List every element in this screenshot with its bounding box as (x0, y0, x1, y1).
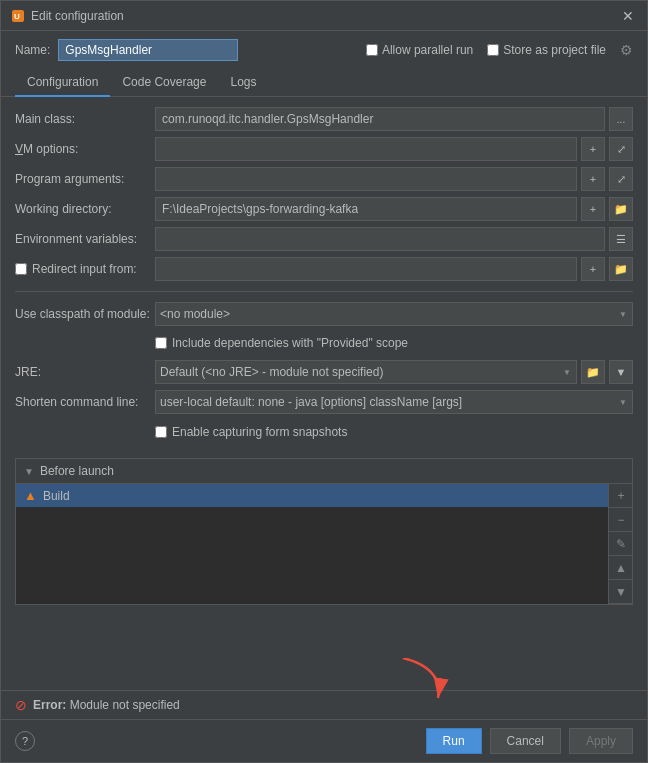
redirect-browse-button[interactable]: 📁 (609, 257, 633, 281)
env-variables-row: Environment variables: ☰ (15, 227, 633, 251)
before-launch-title: Before launch (40, 464, 114, 478)
add-launch-button[interactable]: + (609, 484, 633, 508)
vm-options-field: + ⤢ (155, 137, 633, 161)
content-area: Main class: ... VM options: + ⤢ Program … (1, 97, 647, 690)
dialog-title: Edit configuration (31, 9, 124, 23)
working-directory-row: Working directory: + 📁 (15, 197, 633, 221)
before-launch-container: ▲ Build + − ✎ ▲ ▼ (16, 484, 632, 604)
side-buttons: + − ✎ ▲ ▼ (608, 484, 632, 604)
error-message: Error: Module not specified (33, 698, 180, 712)
tab-code-coverage[interactable]: Code Coverage (110, 69, 218, 97)
help-button[interactable]: ? (15, 731, 35, 751)
include-dependencies-row: Include dependencies with "Provided" sco… (15, 332, 633, 354)
redirect-input-checkbox[interactable]: Redirect input from: (15, 262, 155, 276)
cancel-button[interactable]: Cancel (490, 728, 561, 754)
error-bar: ⊘ Error: Module not specified (1, 690, 647, 719)
svg-text:U: U (14, 12, 20, 21)
main-class-browse-button[interactable]: ... (609, 107, 633, 131)
launch-item-label: Build (43, 489, 600, 503)
title-bar-left: U Edit configuration (11, 9, 124, 23)
classpath-row: Use classpath of module: <no module> (15, 302, 633, 326)
shorten-select-wrapper: user-local default: none - java [options… (155, 390, 633, 414)
close-button[interactable]: ✕ (619, 7, 637, 25)
env-variables-label: Environment variables: (15, 232, 155, 246)
redirect-input-input[interactable] (155, 257, 577, 281)
gear-icon[interactable]: ⚙ (620, 42, 633, 58)
working-dir-browse-button[interactable]: 📁 (609, 197, 633, 221)
enable-capturing-checkbox[interactable]: Enable capturing form snapshots (155, 425, 347, 439)
shorten-cmdline-row: Shorten command line: user-local default… (15, 390, 633, 414)
header-options: Allow parallel run Store as project file… (366, 42, 633, 58)
redirect-input-row: Redirect input from: + 📁 (15, 257, 633, 281)
redirect-input-field: + 📁 (155, 257, 633, 281)
jre-browse-button[interactable]: 📁 (581, 360, 605, 384)
action-buttons: Run Cancel Apply (426, 728, 633, 754)
program-arguments-row: Program arguments: + ⤢ (15, 167, 633, 191)
jre-select[interactable]: Default (<no JRE> - module not specified… (155, 360, 577, 384)
jre-label: JRE: (15, 365, 155, 379)
working-directory-field: + 📁 (155, 197, 633, 221)
jre-select-wrapper: Default (<no JRE> - module not specified… (155, 360, 577, 384)
vm-options-expand-button[interactable]: + (581, 137, 605, 161)
up-launch-button[interactable]: ▲ (609, 556, 633, 580)
enable-capturing-row: Enable capturing form snapshots (15, 420, 633, 444)
name-input[interactable] (58, 39, 238, 61)
working-directory-input[interactable] (155, 197, 577, 221)
before-launch-header[interactable]: ▼ Before launch (16, 459, 632, 484)
working-directory-label: Working directory: (15, 202, 155, 216)
app-icon: U (11, 9, 25, 23)
classpath-select[interactable]: <no module> (155, 302, 633, 326)
bottom-bar: ? Run Cancel Apply (1, 719, 647, 762)
program-arguments-field: + ⤢ (155, 167, 633, 191)
program-arguments-input[interactable] (155, 167, 577, 191)
main-class-field: ... (155, 107, 633, 131)
classpath-label: Use classpath of module: (15, 307, 155, 321)
main-class-row: Main class: ... (15, 107, 633, 131)
working-dir-expand-button[interactable]: + (581, 197, 605, 221)
down-launch-button[interactable]: ▼ (609, 580, 633, 604)
error-icon: ⊘ (15, 697, 27, 713)
vm-options-label: VM options: (15, 142, 155, 156)
shorten-cmdline-select[interactable]: user-local default: none - java [options… (155, 390, 633, 414)
redirect-expand-button[interactable]: + (581, 257, 605, 281)
divider-1 (15, 291, 633, 292)
classpath-field: <no module> (155, 302, 633, 326)
collapse-icon: ▼ (24, 466, 34, 477)
program-args-popout-button[interactable]: ⤢ (609, 167, 633, 191)
shorten-cmdline-label: Shorten command line: (15, 395, 155, 409)
shorten-cmdline-field: user-local default: none - java [options… (155, 390, 633, 414)
main-class-input[interactable] (155, 107, 605, 131)
jre-field: Default (<no JRE> - module not specified… (155, 360, 633, 384)
jre-row: JRE: Default (<no JRE> - module not spec… (15, 360, 633, 384)
classpath-select-wrapper: <no module> (155, 302, 633, 326)
before-launch-section: ▼ Before launch ▲ Build + − ✎ ▲ ▼ (15, 458, 633, 605)
tab-logs[interactable]: Logs (218, 69, 268, 97)
redirect-label-area: Redirect input from: (15, 262, 155, 276)
name-row: Name: Allow parallel run Store as projec… (1, 31, 647, 69)
program-arguments-label: Program arguments: (15, 172, 155, 186)
vm-options-popout-button[interactable]: ⤢ (609, 137, 633, 161)
run-button[interactable]: Run (426, 728, 482, 754)
title-bar: U Edit configuration ✕ (1, 1, 647, 31)
env-variables-input[interactable] (155, 227, 605, 251)
tabs: Configuration Code Coverage Logs (1, 69, 647, 97)
tab-configuration[interactable]: Configuration (15, 69, 110, 97)
env-variables-field: ☰ (155, 227, 633, 251)
vm-options-row: VM options: + ⤢ (15, 137, 633, 161)
vm-options-input[interactable] (155, 137, 577, 161)
name-label: Name: (15, 43, 50, 57)
jre-dropdown-button[interactable]: ▼ (609, 360, 633, 384)
remove-launch-button[interactable]: − (609, 508, 633, 532)
list-item[interactable]: ▲ Build (16, 484, 608, 507)
allow-parallel-checkbox[interactable]: Allow parallel run (366, 43, 473, 57)
build-icon: ▲ (24, 488, 37, 503)
main-class-label: Main class: (15, 112, 155, 126)
store-as-project-checkbox[interactable]: Store as project file (487, 43, 606, 57)
program-args-expand-button[interactable]: + (581, 167, 605, 191)
include-dependencies-checkbox[interactable]: Include dependencies with "Provided" sco… (155, 336, 408, 350)
edit-config-dialog: U Edit configuration ✕ Name: Allow paral… (0, 0, 648, 763)
edit-launch-button[interactable]: ✎ (609, 532, 633, 556)
apply-button[interactable]: Apply (569, 728, 633, 754)
env-vars-edit-button[interactable]: ☰ (609, 227, 633, 251)
before-launch-list: ▲ Build (16, 484, 608, 604)
